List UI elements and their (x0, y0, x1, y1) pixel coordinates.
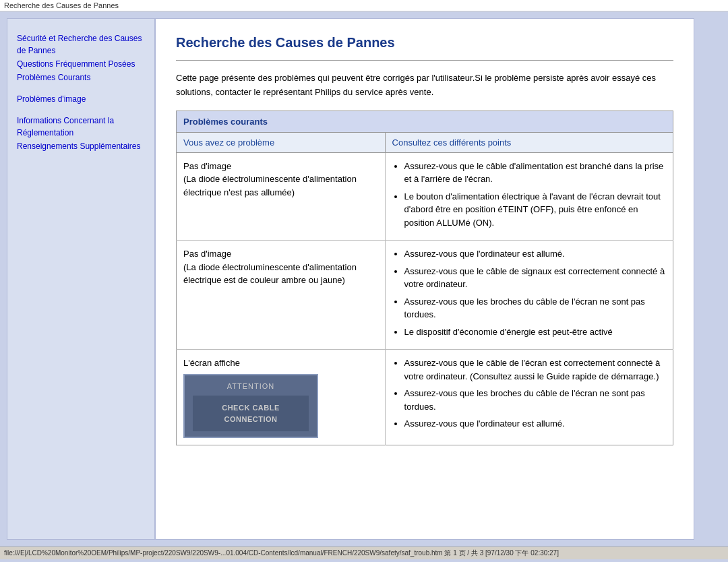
solution-cell: Assurez-vous que le câble d'alimentation… (385, 152, 673, 241)
solution-item: Assurez-vous que les broches du câble de… (404, 295, 666, 321)
sidebar-link-image[interactable]: Problèmes d'image (17, 93, 145, 105)
solution-cell: Assurez-vous que l'ordinateur est allumé… (385, 241, 673, 350)
solution-item: Assurez-vous que le câble de l'écran est… (404, 356, 666, 383)
sidebar-link-problems[interactable]: Problèmes Courants (17, 71, 145, 84)
nav-group-3: Informations Concernant la Réglementatio… (17, 115, 145, 152)
col-header-problem: Vous avez ce problème (177, 132, 386, 152)
solution-list: Assurez-vous que le câble d'alimentation… (392, 160, 666, 230)
attention-body: CHECK CABLE CONNECTION (193, 396, 309, 431)
sidebar: Sécurité et Recherche des Causes de Pann… (7, 18, 155, 540)
sidebar-link-supplemental[interactable]: Renseignements Supplémentaires (17, 140, 145, 152)
outer-wrapper: Sécurité et Recherche des Causes de Pann… (0, 11, 728, 547)
attention-box: ATTENTIONCHECK CABLE CONNECTION (183, 374, 318, 439)
table-row: Pas d'image(La diode électroluminescente… (177, 241, 673, 350)
solution-list: Assurez-vous que le câble de l'écran est… (392, 356, 666, 431)
problem-cell: Pas d'image(La diode électroluminescente… (177, 241, 386, 350)
col-header-solution: Consultez ces différents points (385, 132, 673, 152)
section-header: Problèmes courants (177, 111, 673, 132)
problem-cell: L'écran afficheATTENTIONCHECK CABLE CONN… (177, 350, 386, 445)
right-panel (694, 18, 721, 540)
nav-group-1: Sécurité et Recherche des Causes de Pann… (17, 32, 145, 84)
divider (176, 60, 673, 61)
title-bar-text: Recherche des Causes de Pannes (4, 1, 119, 9)
main-content: Recherche des Causes de Pannes Cette pag… (155, 18, 694, 540)
table-row: L'écran afficheATTENTIONCHECK CABLE CONN… (177, 350, 673, 445)
status-bar: file:///E|/LCD%20Monitor%20OEM/Philips/M… (0, 547, 728, 559)
sidebar-link-regulation[interactable]: Informations Concernant la Réglementatio… (17, 115, 145, 139)
nav-group-2: Problèmes d'image (17, 93, 145, 105)
problem-cell: Pas d'image(La diode électroluminescente… (177, 152, 386, 241)
table-row: Pas d'image(La diode électroluminescente… (177, 152, 673, 241)
solution-list: Assurez-vous que l'ordinateur est allumé… (392, 247, 666, 338)
solution-item: Assurez-vous que les broches du câble de… (404, 387, 666, 413)
solution-item: Assurez-vous que l'ordinateur est allumé… (404, 417, 666, 431)
attention-title: ATTENTION (193, 381, 309, 392)
solution-item: Le bouton d'alimentation électrique à l'… (404, 190, 666, 230)
intro-text: Cette page présente des problèmes qui pe… (176, 71, 673, 100)
status-bar-text: file:///E|/LCD%20Monitor%20OEM/Philips/M… (4, 549, 559, 557)
problem-text: L'écran affiche (183, 356, 378, 370)
solution-item: Assurez-vous que l'ordinateur est allumé… (404, 247, 666, 261)
page-title: Recherche des Causes de Pannes (176, 35, 673, 51)
solution-cell: Assurez-vous que le câble de l'écran est… (385, 350, 673, 445)
title-bar: Recherche des Causes de Pannes (0, 0, 728, 11)
problems-table: Problèmes courants Vous avez ce problème… (176, 111, 673, 446)
sidebar-link-faq[interactable]: Questions Fréquemment Posées (17, 58, 145, 70)
solution-item: Assurez-vous que le câble de signaux est… (404, 265, 666, 291)
sidebar-link-security[interactable]: Sécurité et Recherche des Causes de Pann… (17, 32, 145, 57)
solution-item: Le dispositif d'économie d'énergie est p… (404, 325, 666, 339)
solution-item: Assurez-vous que le câble d'alimentation… (404, 160, 666, 186)
